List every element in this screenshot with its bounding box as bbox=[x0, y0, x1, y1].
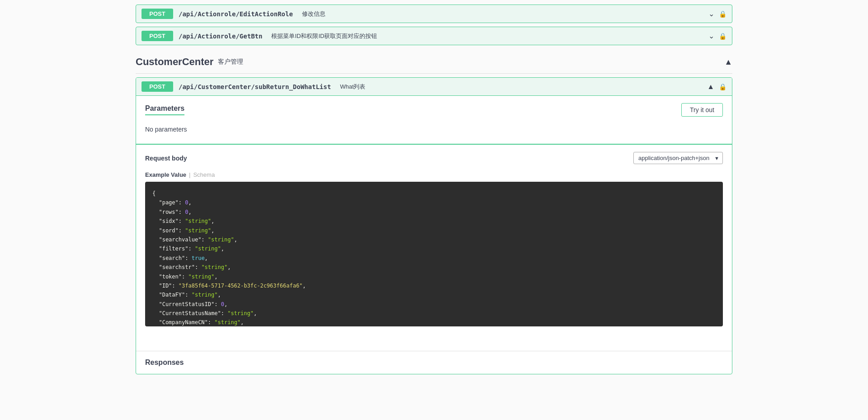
section-collapse-icon[interactable]: ▲ bbox=[724, 57, 732, 67]
schema-tab[interactable]: Schema bbox=[193, 171, 215, 178]
responses-title: Responses bbox=[145, 359, 184, 366]
responses-section: Responses bbox=[136, 351, 732, 374]
api-row-get-btn[interactable]: POST /api/Actionrole/GetBtn 根据菜单ID和权限ID获… bbox=[136, 27, 732, 45]
lock-icon: 🔒 bbox=[719, 33, 726, 40]
chevron-down-icon: ⌄ bbox=[708, 9, 714, 18]
api-expanded-description: What列表 bbox=[340, 83, 365, 91]
lock-icon-expanded: 🔒 bbox=[719, 83, 726, 90]
section-subtitle: 客户管理 bbox=[218, 58, 243, 66]
method-badge-post-expanded: POST bbox=[142, 81, 173, 92]
chevron-down-icon: ⌄ bbox=[708, 32, 714, 40]
method-badge-post: POST bbox=[142, 9, 173, 19]
lock-icon: 🔒 bbox=[719, 10, 726, 18]
content-type-select[interactable]: application/json-patch+json application/… bbox=[633, 152, 723, 164]
api-path: /api/Actionrole/EditActionRole bbox=[179, 10, 293, 18]
api-description: 修改信息 bbox=[302, 10, 326, 18]
api-expanded-path: /api/CustomerCenter/subReturn_DoWhatList bbox=[179, 83, 331, 90]
request-body-section: Request body application/json-patch+json… bbox=[136, 145, 732, 334]
example-value-tab[interactable]: Example Value bbox=[145, 171, 186, 178]
chevron-up-icon: ▲ bbox=[707, 83, 714, 91]
api-description: 根据菜单ID和权限ID获取页面对应的按钮 bbox=[271, 32, 377, 40]
try-it-out-button[interactable]: Try it out bbox=[681, 103, 723, 117]
example-tabs: Example Value | Schema bbox=[145, 171, 723, 178]
request-body-label: Request body bbox=[145, 155, 187, 162]
api-path: /api/Actionrole/GetBtn bbox=[179, 33, 262, 40]
spacer bbox=[136, 334, 732, 347]
section-title: CustomerCenter bbox=[136, 56, 213, 68]
parameters-section: Parameters Try it out No parameters bbox=[136, 96, 732, 145]
no-parameters-text: No parameters bbox=[145, 122, 723, 137]
api-expanded-header[interactable]: POST /api/CustomerCenter/subReturn_DoWha… bbox=[136, 78, 732, 96]
tab-divider: | bbox=[189, 171, 190, 178]
parameters-title: Parameters bbox=[145, 104, 184, 115]
content-type-wrapper[interactable]: application/json-patch+json application/… bbox=[633, 152, 723, 164]
api-expanded-block: POST /api/CustomerCenter/subReturn_DoWha… bbox=[136, 77, 732, 374]
method-badge-post: POST bbox=[142, 31, 173, 41]
api-row-edit-action-role[interactable]: POST /api/Actionrole/EditActionRole 修改信息… bbox=[136, 5, 732, 23]
code-block: { "page": 0, "rows": 0, "sidx": "string"… bbox=[145, 182, 723, 326]
customer-center-section: CustomerCenter 客户管理 ▲ bbox=[136, 49, 732, 74]
